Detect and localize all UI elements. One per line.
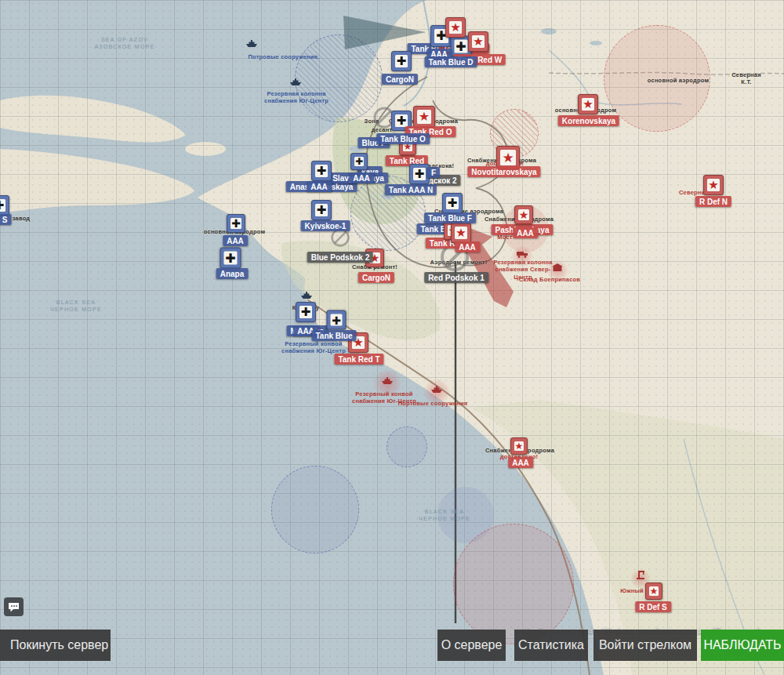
unit-label[interactable]: R Def N [695,196,731,207]
unit-label[interactable]: AAA [307,181,332,192]
chat-bubble-icon [8,602,20,612]
unit-label[interactable]: Red Podskok 1 [424,272,488,283]
unit-label[interactable]: Tank AAA N [385,184,437,195]
chat-icon[interactable] [4,597,24,616]
unit-label[interactable]: CargoN [358,272,394,283]
statistics-button[interactable]: Статистика [514,630,588,661]
unit-label[interactable]: Blue Podskok 2 [307,252,373,263]
observe-button[interactable]: НАБЛЮДАТЬ [701,630,784,661]
unit-label[interactable]: Tank Blue D [424,56,477,67]
unit-label[interactable]: Tank Red T [334,354,383,365]
unit-label[interactable]: AAA [349,172,374,183]
unit-label[interactable]: R Def S [635,601,671,612]
game-map-screen: SEA OF AZOV АЗОВСКОЕ МОРЕBLACK SEA ЧЕРНО… [0,0,784,675]
unit-label[interactable]: AAA [513,227,538,238]
unit-label[interactable]: Tank Blue [311,330,356,341]
unit-label[interactable]: Anapa [216,268,249,279]
leave-server-button[interactable]: Покинуть сервер [0,630,111,661]
about-server-button[interactable]: О сервере [437,630,506,661]
unit-label[interactable]: CargoN [382,74,418,85]
unit-label[interactable]: F [427,167,440,178]
unit-label[interactable]: Korenovskaya [558,115,619,126]
unit-label[interactable]: S [0,214,11,225]
unit-label[interactable]: Novotitarovskaya [467,166,540,177]
unit-labels-over: Tank Red WAAATank Blue DCargoNTank Red O… [0,0,784,675]
unit-label[interactable]: AAA [455,241,480,252]
unit-label[interactable]: AAA [223,235,248,246]
unit-label[interactable]: Tank Blue F [424,212,476,223]
unit-label[interactable]: AAA [508,457,533,468]
join-gunner-button[interactable]: Войти стрелком [593,630,697,661]
unit-label[interactable]: Tank Blue O [376,133,430,144]
unit-label[interactable]: Kyivskoe-1 [301,220,350,231]
